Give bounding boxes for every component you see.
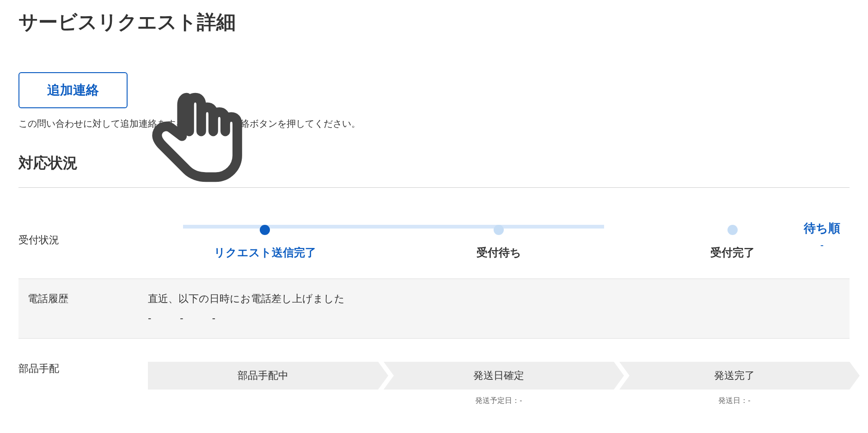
parts-arrangement-row: 部品手配 部品手配中 発送日確定 発送予定日：- 発送完了 発送日：- [18, 339, 850, 410]
parts-step-sub: 発送予定日：- [475, 396, 522, 406]
phone-history-text: 直近、以下の日時にお電話差し上げました [148, 292, 850, 306]
parts-step-label: 発送日確定 [473, 369, 524, 383]
progress-steps: リクエスト送信完了 受付待ち 受付完了 [148, 225, 850, 260]
parts-step-arranging: 部品手配中 [148, 362, 378, 406]
progress-dot-icon [494, 225, 504, 235]
status-heading: 対応状況 [18, 153, 850, 173]
progress-step-label: 受付待ち [477, 245, 521, 260]
phone-history-label: 電話履歴 [18, 292, 148, 306]
phone-history-times: - - - [148, 311, 850, 325]
progress-step-awaiting: 受付待ち [382, 225, 616, 260]
parts-arrangement-label: 部品手配 [18, 362, 148, 376]
page-title: サービスリクエスト詳細 [18, 9, 850, 35]
phone-history-content: 直近、以下の日時にお電話差し上げました - - - [148, 292, 850, 325]
parts-step-ship-date-fixed: 発送日確定 発送予定日：- [384, 362, 614, 406]
progress-container: リクエスト送信完了 受付待ち 受付完了 [148, 220, 850, 260]
additional-contact-button[interactable]: 追加連絡 [18, 72, 128, 108]
reception-status-row: 受付状況 リクエスト送信完了 受付待ち 受付完了 待ち順 - [18, 211, 850, 279]
progress-dot-icon [727, 225, 738, 235]
parts-steps-container: 部品手配中 発送日確定 発送予定日：- 発送完了 発送日：- [148, 362, 850, 406]
progress-step-request-sent: リクエスト送信完了 [148, 225, 382, 260]
parts-step-shipped: 発送完了 発送日：- [619, 362, 850, 406]
hand-pointer-icon [136, 83, 257, 204]
progress-step-label: リクエスト送信完了 [214, 245, 316, 260]
progress-step-completed: 受付完了 [616, 225, 850, 260]
section-divider [18, 187, 850, 188]
progress-dot-icon [260, 225, 270, 235]
parts-step-box: 部品手配中 [148, 362, 378, 390]
parts-step-box: 発送日確定 [384, 362, 614, 390]
reception-status-label: 受付状況 [18, 233, 148, 247]
parts-step-label: 発送完了 [714, 369, 755, 383]
phone-history-row: 電話履歴 直近、以下の日時にお電話差し上げました - - - [18, 279, 850, 339]
parts-step-box: 発送完了 [619, 362, 850, 390]
parts-step-sub: 発送日：- [718, 396, 750, 406]
parts-step-label: 部品手配中 [238, 369, 288, 383]
contact-note-text: この問い合わせに対して追加連絡をする場合は追加連絡ボタンを押してください。 [18, 118, 850, 130]
progress-step-label: 受付完了 [710, 245, 755, 260]
